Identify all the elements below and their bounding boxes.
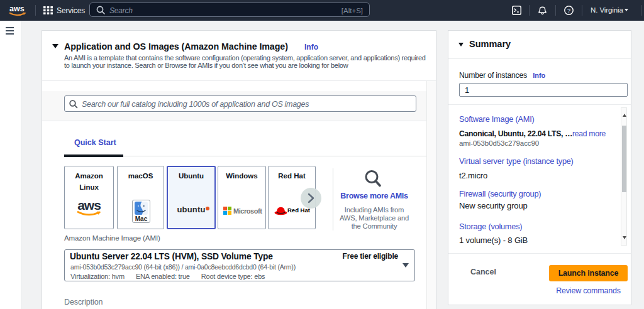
svg-text:aws: aws <box>77 199 101 212</box>
svg-text:aws: aws <box>9 4 25 13</box>
svg-text:?: ? <box>567 8 570 14</box>
